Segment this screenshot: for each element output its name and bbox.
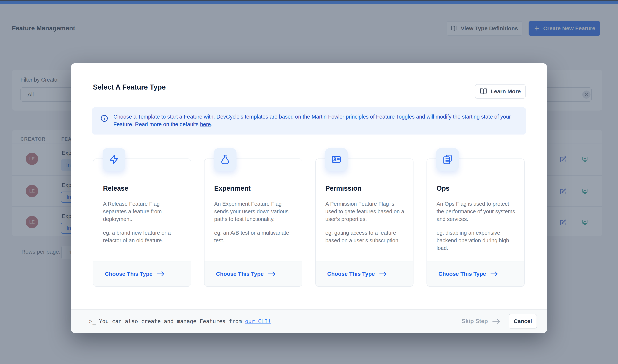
choose-this-type-label: Choose This Type: [438, 271, 486, 277]
release-card: Release A Release Feature Flag separates…: [93, 158, 191, 287]
defaults-here-link[interactable]: here: [200, 121, 211, 127]
choose-permission-type[interactable]: Choose This Type: [316, 261, 413, 286]
banner-text-1: Choose a Template to start a Feature wit…: [113, 114, 312, 120]
experiment-card: Experiment An Experiment Feature Flag se…: [204, 158, 302, 287]
lightning-icon: [109, 154, 119, 165]
ops-card: Ops An Ops Flag is used to protect the p…: [427, 158, 525, 287]
card-title: Ops: [437, 184, 450, 192]
permission-card: Permission A Permission Feature Flag is …: [315, 158, 414, 287]
choose-this-type-label: Choose This Type: [327, 271, 375, 277]
martin-fowler-link[interactable]: Martin Fowler principles of Feature Togg…: [312, 114, 415, 120]
card-description: A Permission Feature Flag is used to gat…: [325, 200, 406, 223]
ops-icon-box: [436, 148, 459, 171]
choose-this-type-label: Choose This Type: [105, 271, 152, 277]
book-open-icon: [480, 88, 487, 95]
modal-footer: >_ You can also create and manage Featur…: [71, 309, 547, 333]
flask-icon: [220, 154, 230, 165]
cancel-label: Cancel: [514, 318, 532, 325]
permission-icon-box: [325, 148, 348, 171]
skip-step-button[interactable]: Skip Step: [462, 318, 500, 325]
card-title: Permission: [325, 184, 362, 192]
arrow-right-icon: [268, 271, 276, 277]
template-info-banner: Choose a Template to start a Feature wit…: [92, 107, 526, 134]
card-example: eg. disabling an expensive backend opera…: [437, 229, 517, 252]
arrow-right-icon: [490, 271, 498, 277]
card-description: An Ops Flag is used to protect the perfo…: [437, 200, 517, 223]
arrow-right-icon: [157, 271, 165, 277]
card-example: eg. a brand new feature or a refactor of…: [103, 229, 183, 244]
banner-text: Choose a Template to start a Feature wit…: [113, 113, 513, 128]
arrow-right-icon: [379, 271, 387, 277]
choose-experiment-type[interactable]: Choose This Type: [204, 261, 302, 286]
learn-more-button[interactable]: Learn More: [475, 84, 526, 99]
clipboard-icon: [442, 154, 453, 165]
learn-more-label: Learn More: [491, 88, 521, 95]
cli-hint-text: You can also create and manage Features …: [96, 318, 245, 325]
card-example: eg. an A/B test or a multivariate test.: [214, 229, 295, 244]
experiment-icon-box: [214, 148, 237, 171]
choose-ops-type[interactable]: Choose This Type: [427, 261, 524, 286]
card-title: Experiment: [214, 184, 251, 192]
skip-step-label: Skip Step: [462, 318, 488, 325]
card-description: A Release Feature Flag separates a featu…: [103, 200, 183, 223]
cli-hint: >_ You can also create and manage Featur…: [89, 318, 271, 325]
modal-title: Select A Feature Type: [93, 83, 166, 91]
id-card-icon: [331, 154, 342, 165]
release-icon-box: [103, 148, 125, 171]
screen: Feature Management View Type Definitions…: [0, 0, 618, 364]
card-title: Release: [103, 184, 128, 192]
terminal-prompt-icon: >_: [89, 318, 96, 325]
select-feature-type-modal: Select A Feature Type Learn More Choose …: [71, 63, 547, 333]
feature-type-cards: Release A Release Feature Flag separates…: [71, 158, 547, 287]
card-description: An Experiment Feature Flag sends your us…: [214, 200, 295, 223]
choose-this-type-label: Choose This Type: [216, 271, 264, 277]
banner-text-3: .: [211, 121, 212, 127]
info-icon: [100, 115, 108, 122]
our-cli-link[interactable]: our CLI!: [245, 318, 271, 325]
arrow-right-icon: [492, 318, 500, 324]
choose-release-type[interactable]: Choose This Type: [93, 261, 191, 286]
card-example: eg. gating access to a feature based on …: [325, 229, 406, 244]
cancel-button[interactable]: Cancel: [509, 314, 537, 328]
